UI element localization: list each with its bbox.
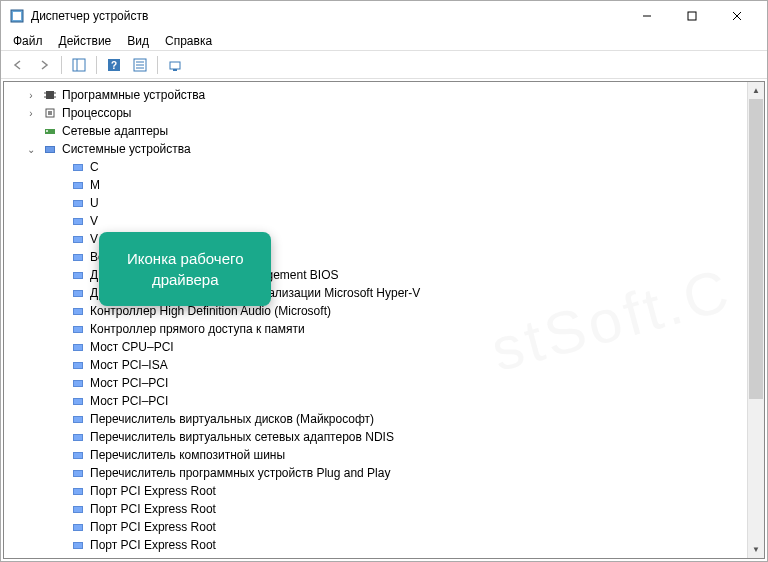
tree-device-item[interactable]: Перечислитель программных устройств Plug…: [4, 464, 747, 482]
svg-point-24: [46, 130, 48, 132]
scroll-down-button[interactable]: ▼: [748, 541, 764, 558]
svg-rect-3: [688, 12, 696, 20]
tree-device-item[interactable]: C: [4, 158, 747, 176]
device-label: Мост PCI–PCI: [90, 394, 168, 408]
tree-category[interactable]: ›Программные устройства: [4, 86, 747, 104]
device-label: Порт PCI Express Root: [90, 538, 216, 552]
device-label: Контроллер High Definition Audio (Micros…: [90, 304, 331, 318]
callout-line2: драйвера: [127, 269, 243, 290]
svg-rect-60: [74, 453, 82, 458]
category-icon: [42, 87, 58, 103]
svg-rect-50: [74, 363, 82, 368]
expand-open-icon[interactable]: ⌄: [24, 144, 38, 155]
tree-device-item[interactable]: Порт PCI Express Root: [4, 536, 747, 554]
minimize-button[interactable]: [624, 2, 669, 30]
device-icon: [70, 411, 86, 427]
tree-device-item[interactable]: M: [4, 176, 747, 194]
device-label: Перечислитель виртуальных сетевых адапте…: [90, 430, 394, 444]
svg-rect-70: [74, 543, 82, 548]
svg-rect-48: [74, 345, 82, 350]
properties-button[interactable]: [129, 54, 151, 76]
app-icon: [9, 8, 25, 24]
help-button[interactable]: ?: [103, 54, 125, 76]
device-icon: [70, 231, 86, 247]
tree-device-item[interactable]: Мост CPU–PCI: [4, 338, 747, 356]
device-label: Перечислитель виртуальных дисков (Майкро…: [90, 412, 374, 426]
device-icon: [70, 537, 86, 553]
scroll-up-button[interactable]: ▲: [748, 82, 764, 99]
device-icon: [70, 483, 86, 499]
svg-rect-32: [74, 201, 82, 206]
close-button[interactable]: [714, 2, 759, 30]
device-icon: [70, 195, 86, 211]
svg-rect-6: [73, 59, 85, 71]
device-tree[interactable]: ›Программные устройства›ПроцессорыСетевы…: [4, 82, 747, 558]
tree-device-item[interactable]: Порт PCI Express Root: [4, 518, 747, 536]
device-icon: [70, 303, 86, 319]
toolbar: ?: [1, 51, 767, 79]
category-icon: [42, 123, 58, 139]
menu-action[interactable]: Действие: [51, 32, 120, 50]
expand-closed-icon[interactable]: ›: [24, 90, 38, 101]
menu-help[interactable]: Справка: [157, 32, 220, 50]
menu-view[interactable]: Вид: [119, 32, 157, 50]
back-button[interactable]: [7, 54, 29, 76]
tree-device-item[interactable]: Перечислитель виртуальных сетевых адапте…: [4, 428, 747, 446]
device-icon: [70, 519, 86, 535]
svg-rect-22: [48, 111, 52, 115]
tree-device-item[interactable]: Перечислитель виртуальных дисков (Майкро…: [4, 410, 747, 428]
scrollbar[interactable]: ▲ ▼: [747, 82, 764, 558]
menu-file[interactable]: Файл: [5, 32, 51, 50]
tree-category[interactable]: Сетевые адаптеры: [4, 122, 747, 140]
device-icon: [70, 429, 86, 445]
tree-device-item[interactable]: Мост PCI–PCI: [4, 392, 747, 410]
scan-hardware-button[interactable]: [164, 54, 186, 76]
device-icon: [70, 159, 86, 175]
device-label: U: [90, 196, 99, 210]
device-label: Контроллер прямого доступа к памяти: [90, 322, 305, 336]
device-icon: [70, 501, 86, 517]
svg-rect-62: [74, 471, 82, 476]
device-icon: [70, 357, 86, 373]
annotation-callout: Иконка рабочего драйвера: [99, 232, 271, 306]
device-label: V: [90, 232, 98, 246]
device-icon: [70, 375, 86, 391]
device-icon: [70, 267, 86, 283]
tree-category[interactable]: ›Процессоры: [4, 104, 747, 122]
tree-device-item[interactable]: V: [4, 212, 747, 230]
tree-category[interactable]: ⌄Системные устройства: [4, 140, 747, 158]
toolbar-separator: [61, 56, 62, 74]
svg-rect-1: [13, 12, 21, 20]
tree-device-item[interactable]: Мост PCI–ISA: [4, 356, 747, 374]
scrollbar-thumb[interactable]: [749, 99, 763, 399]
svg-rect-14: [170, 62, 180, 69]
category-label: Системные устройства: [62, 142, 191, 156]
category-label: Процессоры: [62, 106, 132, 120]
forward-button[interactable]: [33, 54, 55, 76]
expand-closed-icon[interactable]: ›: [24, 108, 38, 119]
device-label: Порт PCI Express Root: [90, 502, 216, 516]
window-title: Диспетчер устройств: [31, 9, 624, 23]
device-icon: [70, 321, 86, 337]
tree-device-item[interactable]: Порт PCI Express Root: [4, 500, 747, 518]
svg-rect-64: [74, 489, 82, 494]
device-label: Мост PCI–PCI: [90, 376, 168, 390]
device-icon: [70, 447, 86, 463]
callout-line1: Иконка рабочего: [127, 248, 243, 269]
device-label: Перечислитель программных устройств Plug…: [90, 466, 390, 480]
maximize-button[interactable]: [669, 2, 714, 30]
svg-rect-68: [74, 525, 82, 530]
svg-rect-42: [74, 291, 82, 296]
device-icon: [70, 213, 86, 229]
tree-device-item[interactable]: U: [4, 194, 747, 212]
svg-rect-36: [74, 237, 82, 242]
tree-device-item[interactable]: Перечислитель композитной шины: [4, 446, 747, 464]
svg-rect-66: [74, 507, 82, 512]
show-hide-tree-button[interactable]: [68, 54, 90, 76]
tree-device-item[interactable]: Порт PCI Express Root: [4, 482, 747, 500]
category-icon: [42, 105, 58, 121]
svg-rect-56: [74, 417, 82, 422]
tree-device-item[interactable]: Контроллер прямого доступа к памяти: [4, 320, 747, 338]
tree-device-item[interactable]: Мост PCI–PCI: [4, 374, 747, 392]
category-icon: [42, 141, 58, 157]
